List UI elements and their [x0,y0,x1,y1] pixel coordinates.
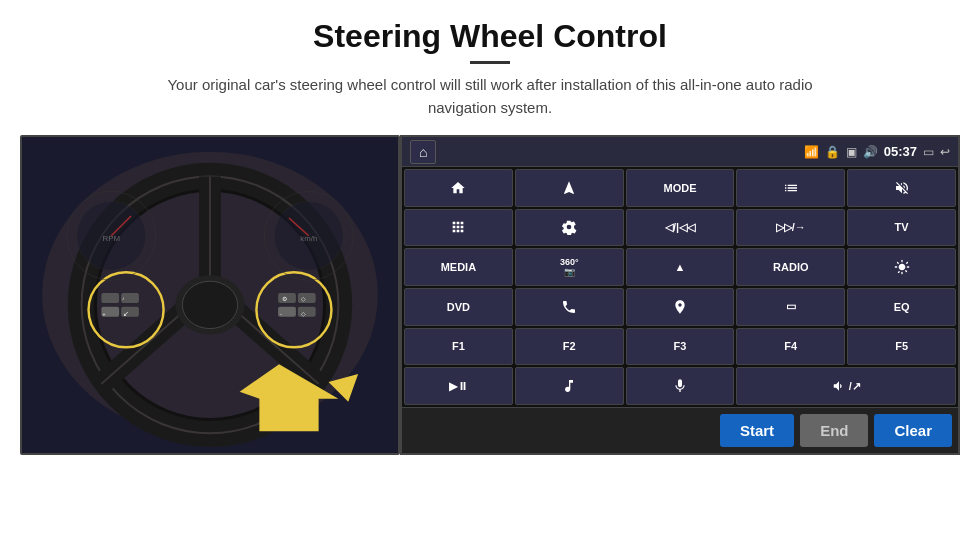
back-icon: ↩ [940,145,950,159]
status-bar: ⌂ 📶 🔒 ▣ 🔊 05:37 ▭ ↩ [402,137,958,167]
svg-text:◇: ◇ [301,311,306,317]
btn-play-pause[interactable]: ▶⏸ [404,367,513,405]
clock: 05:37 [884,144,917,159]
page-subtitle: Your original car's steering wheel contr… [150,74,830,119]
btn-360[interactable]: 360°📷 [515,248,624,286]
btn-tv[interactable]: TV [847,209,956,247]
radio-panel: ⌂ 📶 🔒 ▣ 🔊 05:37 ▭ ↩ [400,135,960,455]
btn-mode[interactable]: MODE [626,169,735,207]
status-left: ⌂ [410,140,436,164]
svg-text:♪: ♪ [122,296,124,301]
btn-eq[interactable]: EQ [847,288,956,326]
btn-eject[interactable]: ▲ [626,248,735,286]
btn-next[interactable]: ▷▷/→ [736,209,845,247]
sim-icon: ▣ [846,145,857,159]
start-button[interactable]: Start [720,414,794,447]
btn-f2[interactable]: F2 [515,328,624,366]
btn-phone[interactable] [515,288,624,326]
svg-point-12 [182,281,237,328]
svg-text:-: - [280,311,282,317]
btn-list[interactable] [736,169,845,207]
steering-wheel-image: + ♪ ↙ ⚙ ◇ - ◇ RPM [20,135,400,455]
bt-icon: 🔊 [863,145,878,159]
btn-mic[interactable] [626,367,735,405]
btn-f4[interactable]: F4 [736,328,845,366]
lock-icon: 🔒 [825,145,840,159]
title-divider [470,61,510,64]
svg-rect-15 [101,293,119,303]
radio-grid: MODE ◁/|◁◁ ▷▷/→ TV MEDIA 3 [402,167,958,407]
screen-icon: ▭ [923,145,934,159]
end-button[interactable]: End [800,414,868,447]
btn-nav[interactable] [515,169,624,207]
content-row: + ♪ ↙ ⚙ ◇ - ◇ RPM [20,135,960,455]
btn-f5[interactable]: F5 [847,328,956,366]
btn-screen[interactable]: ▭ [736,288,845,326]
btn-mute[interactable] [847,169,956,207]
btn-dvd[interactable]: DVD [404,288,513,326]
btn-music[interactable] [515,367,624,405]
home-button[interactable]: ⌂ [410,140,436,164]
btn-prev[interactable]: ◁/|◁◁ [626,209,735,247]
btn-home[interactable] [404,169,513,207]
btn-f3[interactable]: F3 [626,328,735,366]
status-right: 📶 🔒 ▣ 🔊 05:37 ▭ ↩ [804,144,950,159]
btn-vol-call[interactable]: /↗ [736,367,956,405]
bottom-buttons-row: Start End Clear [402,407,958,453]
page-title: Steering Wheel Control [313,18,667,55]
btn-apps[interactable] [404,209,513,247]
svg-text:◇: ◇ [301,296,306,302]
btn-radio[interactable]: RADIO [736,248,845,286]
btn-settings[interactable] [515,209,624,247]
page-container: Steering Wheel Control Your original car… [0,0,980,544]
btn-f1[interactable]: F1 [404,328,513,366]
svg-text:+: + [102,311,106,317]
svg-text:⚙: ⚙ [282,296,287,302]
svg-text:↙: ↙ [123,310,129,317]
btn-media[interactable]: MEDIA [404,248,513,286]
btn-gps[interactable] [626,288,735,326]
wifi-icon: 📶 [804,145,819,159]
clear-button[interactable]: Clear [874,414,952,447]
btn-brightness[interactable] [847,248,956,286]
